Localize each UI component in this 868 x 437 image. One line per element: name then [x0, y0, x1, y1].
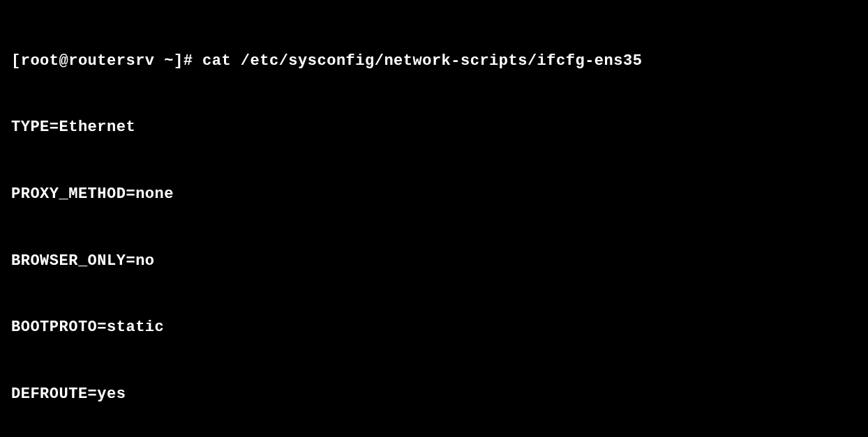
shell-prompt-line: [root@routersrv ~]# cat /etc/sysconfig/n…: [11, 50, 857, 72]
shell-command: cat /etc/sysconfig/network-scripts/ifcfg…: [202, 52, 642, 70]
terminal-window[interactable]: [root@routersrv ~]# cat /etc/sysconfig/n…: [11, 6, 857, 437]
shell-prompt: [root@routersrv ~]#: [11, 52, 202, 70]
config-line-type: TYPE=Ethernet: [11, 116, 857, 139]
config-line-bootproto: BOOTPROTO=static: [11, 316, 857, 339]
config-line-browser-only: BROWSER_ONLY=no: [11, 250, 857, 273]
config-line-proxy-method: PROXY_METHOD=none: [11, 183, 857, 206]
config-line-defroute: DEFROUTE=yes: [11, 383, 857, 406]
